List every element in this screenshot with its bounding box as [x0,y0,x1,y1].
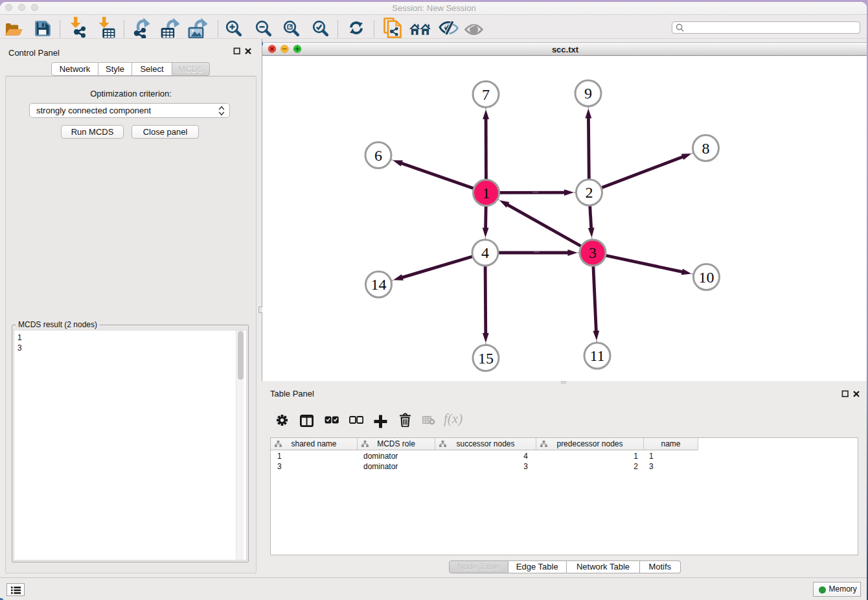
svg-text:2: 2 [586,184,593,201]
svg-text:3: 3 [589,244,597,261]
svg-text:15: 15 [478,350,494,367]
svg-text:9: 9 [584,85,592,102]
svg-text:14: 14 [371,276,387,293]
svg-text:6: 6 [374,147,382,164]
svg-text:10: 10 [699,269,714,286]
svg-text:8: 8 [702,140,710,157]
svg-text:11: 11 [589,347,604,364]
svg-text:4: 4 [481,244,489,261]
svg-text:7: 7 [482,86,490,103]
svg-text:1: 1 [483,185,490,202]
